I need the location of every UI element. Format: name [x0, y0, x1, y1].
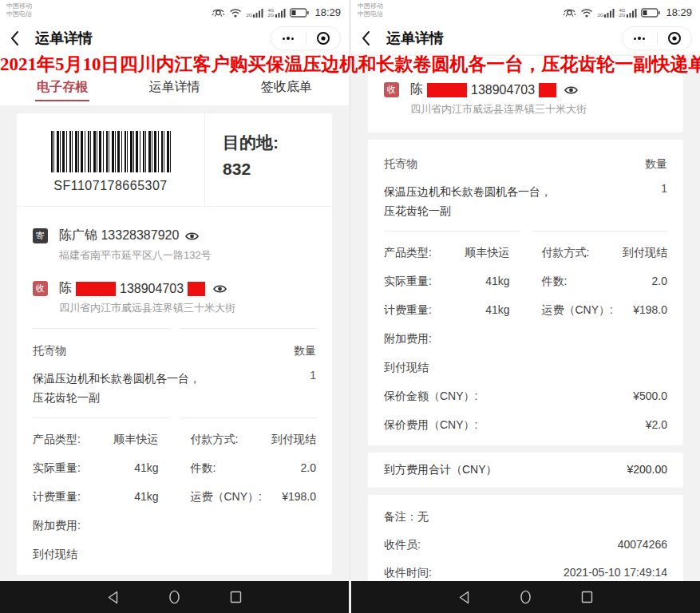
detail-label: 付款方式: [542, 246, 590, 260]
detail-value: 2.0 [652, 275, 667, 289]
show-receiver-phone-eye-icon[interactable] [564, 85, 578, 95]
android-back-button[interactable] [107, 591, 119, 604]
cod-settle-label: 到付现结 [33, 548, 316, 562]
signal-2g-icon: 2G [597, 8, 615, 18]
receiver-name: 陈 [59, 280, 72, 297]
total-row: 到方费用合计（CNY） ¥200.00 [368, 453, 683, 488]
surcharge-label: 附加费用: [384, 332, 667, 346]
detail-label: 件数: [542, 275, 568, 289]
nav-header: 运单详情 [351, 22, 700, 54]
eye-protection-icon [212, 7, 225, 18]
details-row: 计费重量:41kg 运费（CNY）:¥198.0 [384, 303, 667, 318]
detail-label: 运费（CNY）: [191, 490, 262, 504]
insured-fee-row: 保价费用（CNY）: ¥2.0 [384, 418, 667, 433]
miniprogram-capsule [622, 26, 692, 50]
total-label: 到方费用合计（CNY） [384, 463, 497, 477]
back-icon[interactable] [361, 27, 380, 49]
wifi-icon [229, 8, 242, 18]
detail-value: ¥198.0 [633, 303, 667, 318]
android-navbar [351, 581, 700, 613]
page-title: 运单详情 [35, 29, 93, 48]
courier-value: 40074266 [618, 538, 667, 552]
receiver-name: 陈 [410, 81, 423, 98]
sender-badge-icon: 寄 [33, 228, 48, 243]
detail-label: 运费（CNY）: [542, 303, 613, 318]
detail-value: 41kg [485, 275, 509, 289]
wifi-icon [580, 8, 593, 18]
receiver-address: 四川省内江市威远县连界镇三十米大街 [410, 102, 667, 117]
battery-icon [290, 8, 309, 18]
remark-text: 备注：无 [384, 510, 429, 524]
remark-row: 备注：无 [384, 510, 667, 524]
item-name: 保温压边机和长款卷圆机各一台，压花齿轮一副 [33, 369, 208, 407]
receiver-card: 收 陈 138904703 四川省内江市威远县连界镇三十米大街 [368, 56, 683, 132]
scroll-area-left[interactable]: SF1107178665307 目的地: 832 寄 陈广锦 133283879… [0, 105, 349, 581]
scroll-area-right[interactable]: 收 陈 138904703 四川省内江市威远县连界镇三十米大街 [351, 54, 700, 581]
total-card: 到方费用合计（CNY） ¥200.00 [368, 453, 683, 488]
signal-4g-icon: 4G 2G [267, 8, 286, 18]
receiver-phone: 138904703 [471, 83, 535, 97]
insured-amount-value: ¥500.0 [633, 390, 667, 404]
shipment-section: 托寄物 数量 保温压边机和长款卷圆机各一台，压花齿轮一副 1 [17, 329, 332, 417]
android-back-button[interactable] [458, 591, 470, 604]
sender-name-phone: 陈广锦 13328387920 [59, 227, 179, 244]
more-options-button[interactable] [271, 37, 306, 40]
receiver-block: 收 陈 138904703 四川省内江市威远县连界镇三十米大街 [384, 81, 667, 117]
qty-column-header: 数量 [294, 344, 316, 358]
details-row: 实际重量:41kg 件数:2.0 [33, 461, 316, 476]
item-column-header: 托寄物 [384, 157, 417, 172]
section-divider [17, 417, 332, 418]
detail-value: 41kg [134, 461, 158, 476]
close-miniprogram-button[interactable] [658, 31, 692, 45]
section-divider [368, 231, 683, 231]
detail-label: 计费重量: [33, 490, 81, 504]
status-bar: 中国移动 中国电信 2G 4G 2G [351, 0, 700, 22]
destination-label: 目的地: [223, 129, 332, 156]
tab-electronic-stub[interactable]: 电子存根 [6, 79, 118, 105]
phone-panel-left: 中国移动 中国电信 2G 4G 2G [0, 0, 349, 613]
redaction-block [188, 282, 205, 296]
close-miniprogram-button[interactable] [306, 31, 341, 45]
android-navbar [0, 581, 349, 613]
detail-value: ¥198.0 [282, 490, 316, 504]
tab-signed-receipt[interactable]: 签收底单 [231, 79, 342, 105]
android-recents-button[interactable] [581, 591, 593, 603]
shipment-section: 托寄物 数量 保温压边机和长款卷圆机各一台，压花齿轮一副 1 [368, 140, 683, 231]
android-recents-button[interactable] [230, 591, 242, 603]
details-row: 计费重量:41kg 运费（CNY）:¥198.0 [33, 490, 316, 504]
tab-waybill-details[interactable]: 运单详情 [118, 79, 230, 105]
detail-value: 到付现结 [623, 246, 667, 260]
receiver-phone: 138904703 [120, 282, 184, 296]
phone-panel-right: 中国移动 中国电信 2G 4G 2G [351, 0, 700, 613]
android-home-button[interactable] [520, 590, 532, 604]
address-section: 寄 陈广锦 13328387920 福建省南平市延平区八一路132号 收 [17, 207, 332, 328]
back-icon[interactable] [10, 27, 29, 49]
receiver-badge-icon: 收 [33, 281, 48, 296]
show-receiver-phone-eye-icon[interactable] [213, 284, 227, 294]
surcharge-label: 附加费用: [33, 519, 316, 533]
carrier-1: 中国移动 [358, 2, 383, 10]
barcode [51, 131, 171, 172]
tab-bar: 电子存根 运单详情 签收底单 [0, 54, 349, 105]
waybill-card: SF1107178665307 目的地: 832 寄 陈广锦 133283879… [17, 113, 332, 575]
detail-value: 顺丰快运 [465, 246, 510, 260]
redaction-block [539, 83, 556, 97]
more-options-button[interactable] [623, 37, 657, 40]
total-value: ¥200.00 [627, 463, 667, 477]
detail-label: 付款方式: [191, 433, 239, 447]
detail-value: 41kg [485, 303, 509, 318]
carrier-labels: 中国移动 中国电信 [6, 2, 32, 22]
clock-time: 18:29 [666, 6, 692, 18]
destination-block: 目的地: 832 [204, 113, 332, 206]
show-sender-phone-eye-icon[interactable] [185, 231, 199, 241]
miniprogram-capsule [271, 26, 341, 50]
detail-label: 产品类型: [384, 246, 432, 260]
shipment-item-row: 保温压边机和长款卷圆机各一台，压花齿轮一副 1 [33, 369, 316, 407]
receiver-block: 收 陈 138904703 四川省内江市威远县连界镇三十米大街 [33, 280, 316, 315]
eye-protection-icon [563, 7, 576, 18]
insured-fee-label: 保价费用（CNY）: [384, 418, 477, 433]
android-home-button[interactable] [168, 590, 180, 604]
details-row: 产品类型:顺丰快运 付款方式:到付现结 [33, 433, 316, 447]
item-qty: 1 [661, 182, 667, 220]
destination-code: 832 [223, 156, 332, 182]
